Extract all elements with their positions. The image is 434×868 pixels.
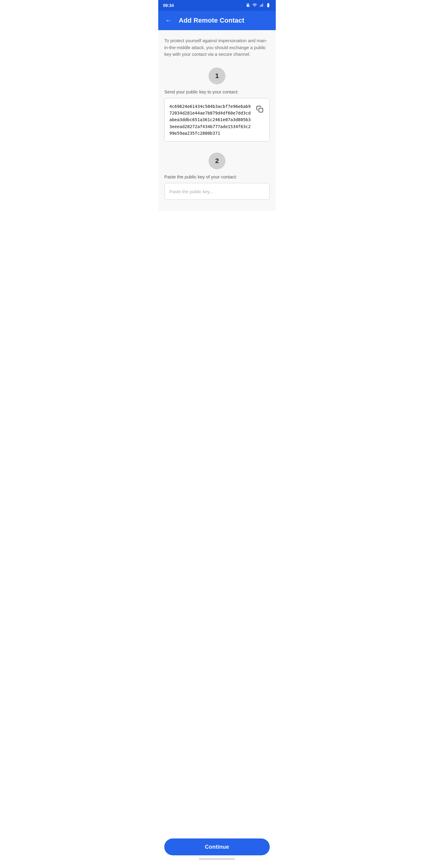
back-button[interactable]: ← (163, 15, 174, 26)
signal-icon (259, 3, 264, 8)
status-icons (246, 3, 271, 8)
wifi-icon (252, 3, 257, 8)
step-2-label: Paste the public key of your contact: (164, 174, 270, 179)
copy-icon (256, 105, 264, 113)
public-key-text: 4c69624e61434c504b3acbf7e96e6ab972034d28… (169, 103, 251, 137)
copy-key-button[interactable] (255, 104, 265, 114)
step-2-circle: 2 (209, 153, 225, 169)
svg-rect-0 (259, 108, 263, 112)
status-bar: 09:34 (158, 0, 276, 11)
status-time: 09:34 (163, 3, 174, 8)
step-1-circle: 1 (209, 67, 225, 84)
paste-public-key-input[interactable] (164, 183, 270, 200)
bell-muted-icon (246, 3, 250, 8)
step-2-section: 2 Paste the public key of your contact: (164, 153, 270, 200)
app-bar-title: Add Remote Contact (179, 17, 244, 24)
step-1-section: 1 Send your public key to your contact: … (164, 67, 270, 142)
content-area: To protect yourself against impersonatio… (158, 30, 276, 211)
public-key-box: 4c69624e61434c504b3acbf7e96e6ab972034d28… (164, 98, 270, 142)
description-text: To protect yourself against impersonatio… (164, 37, 270, 58)
battery-icon (266, 3, 271, 8)
step-1-label: Send your public key to your contact: (164, 89, 270, 94)
app-bar: ← Add Remote Contact (158, 11, 276, 30)
